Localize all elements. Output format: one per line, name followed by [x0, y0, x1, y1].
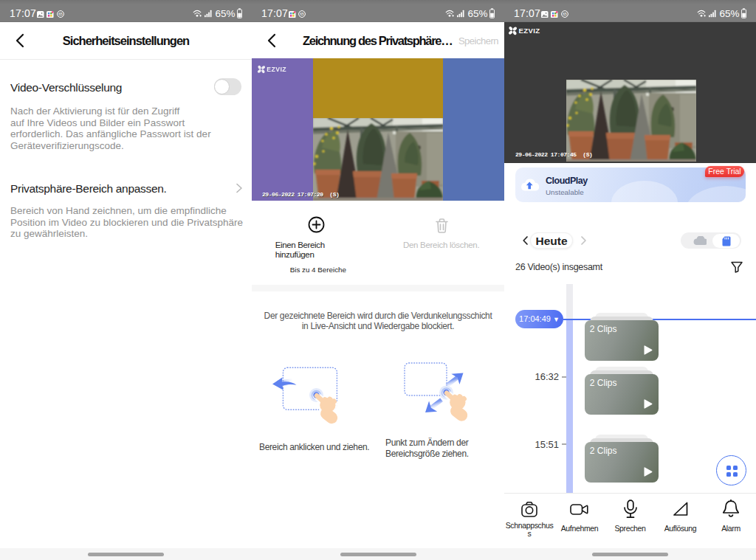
svg-text:EZVIZ: EZVIZ	[267, 66, 286, 73]
svg-text:EZVIZ: EZVIZ	[519, 27, 540, 35]
svg-text:65: 65	[563, 12, 567, 16]
svg-text:65: 65	[58, 12, 63, 16]
svg-text:65: 65	[300, 12, 305, 16]
